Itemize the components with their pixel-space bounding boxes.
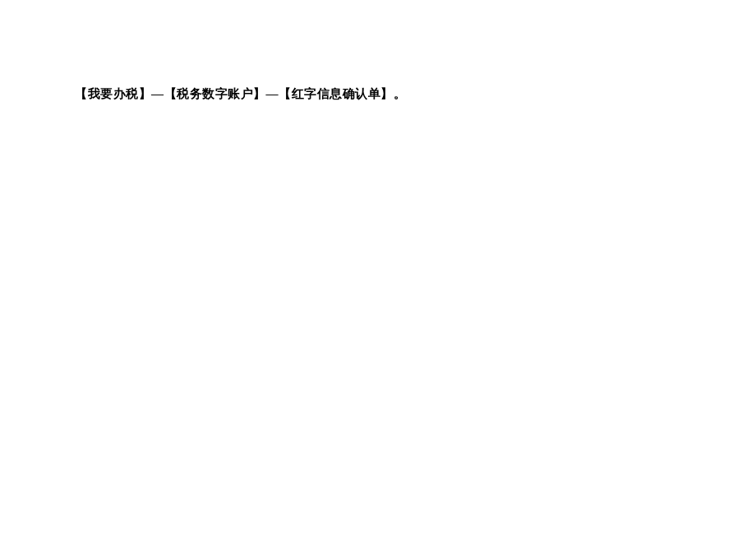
navigation-path-text: 【我要办税】—【税务数字账户】—【红字信息确认单】。 bbox=[75, 85, 406, 104]
